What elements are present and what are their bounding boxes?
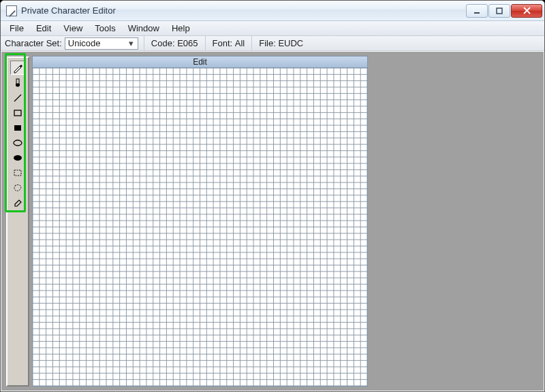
tool-ellipse-outline[interactable] xyxy=(10,135,25,150)
titlebar[interactable]: Private Character Editor xyxy=(1,1,544,21)
menu-edit[interactable]: Edit xyxy=(30,22,57,35)
select-free-icon xyxy=(12,182,23,193)
svg-rect-4 xyxy=(16,79,19,84)
menu-tools[interactable]: Tools xyxy=(89,22,121,35)
tool-select-rect[interactable] xyxy=(10,165,25,180)
line-icon xyxy=(12,93,23,103)
toolbox xyxy=(6,56,29,387)
close-button[interactable] xyxy=(511,4,542,18)
content-area: Edit xyxy=(1,52,544,391)
maximize-button[interactable] xyxy=(488,4,510,18)
svg-rect-7 xyxy=(14,125,21,131)
pencil-icon xyxy=(12,63,23,74)
code-field: Code: E065 xyxy=(144,36,205,50)
svg-line-5 xyxy=(14,95,21,101)
menubar: File Edit View Tools Window Help xyxy=(1,21,544,36)
svg-rect-1 xyxy=(497,8,502,14)
svg-point-8 xyxy=(14,140,22,146)
tool-rect-outline[interactable] xyxy=(10,105,25,120)
rect-outline-icon xyxy=(12,108,23,118)
menu-view[interactable]: View xyxy=(57,22,89,35)
chevron-down-icon: ▾ xyxy=(127,38,136,48)
app-icon xyxy=(6,5,17,16)
edit-caption: Edit xyxy=(32,56,368,68)
svg-rect-10 xyxy=(14,170,21,176)
tool-ellipse-filled[interactable] xyxy=(10,150,25,165)
charset-value: Unicode xyxy=(68,38,101,48)
tool-rect-filled[interactable] xyxy=(10,120,25,135)
window-title: Private Character Editor xyxy=(21,5,116,16)
infobar: Character Set: Unicode ▾ Code: E065 Font… xyxy=(1,36,544,51)
workspace-empty xyxy=(368,52,544,391)
tool-select-free[interactable] xyxy=(10,180,25,195)
tool-line[interactable] xyxy=(10,91,25,105)
file-field: File: EUDC xyxy=(251,36,310,50)
rect-filled-icon xyxy=(12,122,23,133)
menu-window[interactable]: Window xyxy=(122,22,166,35)
edit-panel: Edit xyxy=(32,56,368,387)
brush-icon xyxy=(12,78,23,88)
edit-grid[interactable] xyxy=(32,68,368,387)
tool-pencil[interactable] xyxy=(10,61,25,75)
font-field: Font: All xyxy=(205,36,252,50)
ellipse-outline-icon xyxy=(12,137,23,148)
svg-rect-6 xyxy=(14,110,21,116)
select-rect-icon xyxy=(12,167,23,178)
menu-file[interactable]: File xyxy=(3,22,30,35)
tool-eraser[interactable] xyxy=(10,195,25,210)
eraser-icon xyxy=(12,197,23,208)
charset-label: Character Set: xyxy=(1,38,65,48)
svg-point-9 xyxy=(14,155,22,161)
charset-combo[interactable]: Unicode ▾ xyxy=(65,37,138,50)
tool-brush[interactable] xyxy=(10,76,25,90)
ellipse-filled-icon xyxy=(12,152,23,163)
window-controls xyxy=(466,4,542,18)
menu-help[interactable]: Help xyxy=(166,22,196,35)
app-window: Private Character Editor File Edit View … xyxy=(0,0,545,392)
minimize-button[interactable] xyxy=(466,4,488,18)
